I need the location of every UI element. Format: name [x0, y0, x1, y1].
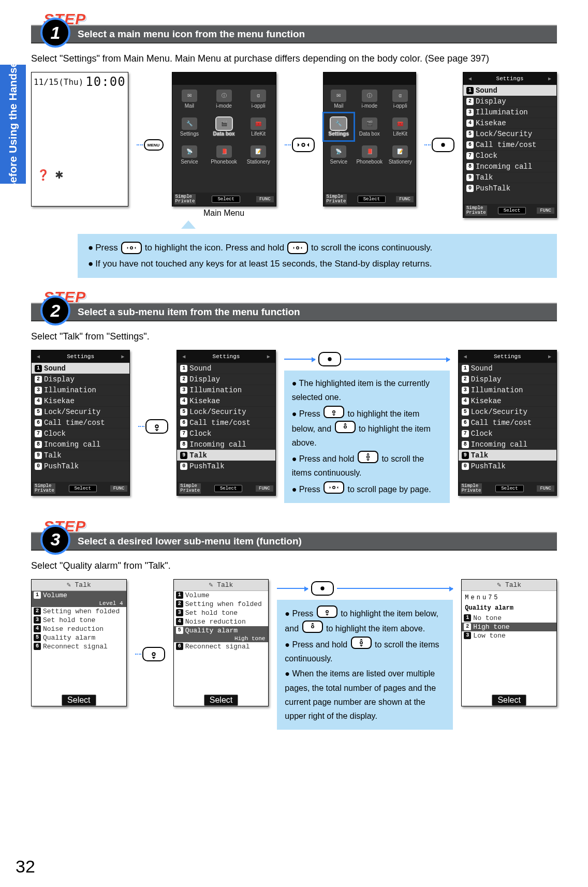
main-menu-screen: ✉Mail ⓘi-mode αi-αppli 🔧Settings 🎬Data b…	[172, 72, 276, 206]
dpad-ud-icon	[358, 451, 378, 463]
step-title-bar: Select a desired lower sub-menu item (fu…	[31, 532, 557, 551]
step-title-bar: Select a main menu icon from the menu fu…	[31, 25, 557, 43]
dpad-down-icon	[145, 419, 168, 434]
svg-point-2	[130, 247, 133, 249]
dpad-down-icon	[324, 406, 344, 418]
step-number-badge: 3	[40, 525, 70, 555]
main-menu-screen-settings: ✉Mail ⓘi-mode αi-αppli 🔧Settings 🎬Data b…	[323, 72, 416, 206]
svg-point-0	[302, 143, 305, 146]
step-instruction: Select "Talk" from "Settings".	[31, 330, 557, 344]
dpad-lr-icon	[292, 138, 315, 152]
talk-list-quality: ✎ Talk 1Volume 2Setting when folded 3Set…	[173, 579, 269, 706]
dpad-lr-icon	[324, 481, 344, 494]
settings-list-screen: ◀Settings▶ 1Sound 2Display 3Illumination…	[463, 72, 557, 218]
svg-point-5	[328, 358, 331, 361]
main-menu-caption: Main Menu	[203, 209, 244, 218]
step-number-badge: 1	[40, 18, 70, 48]
dpad-center-icon	[311, 581, 334, 596]
dpad-lr-icon	[121, 242, 142, 254]
step-instruction: Select "Quality alarm" from "Talk".	[31, 559, 557, 573]
menu-key-icon: MENU	[144, 139, 164, 151]
step3-tip: ● Press to highlight the item below, and…	[277, 600, 453, 730]
step-number-badge: 2	[40, 295, 70, 326]
svg-point-13	[311, 626, 314, 628]
svg-point-3	[297, 247, 299, 249]
step-title-bar: Select a sub-menu item from the menu fun…	[31, 303, 557, 321]
dpad-center-icon	[318, 352, 341, 366]
svg-point-7	[344, 426, 346, 428]
dpad-ud-icon	[351, 637, 372, 649]
step-instruction: Select "Settings" from Main Menu. Main M…	[31, 52, 557, 66]
svg-point-11	[321, 586, 325, 590]
talk-list-screen: ✎ Talk 1Volume Level 4 2Setting when fol…	[31, 579, 127, 706]
svg-point-14	[360, 642, 362, 644]
settings-list-talk: ◀Settings▶ 1Sound 2Display 3Illumination…	[177, 350, 275, 496]
svg-point-4	[156, 425, 159, 428]
step1-note: ● Press to highlight the icon. Press and…	[78, 234, 557, 278]
standby-screen: 11/15(Thu) 10:00 ❓✱	[31, 72, 128, 206]
page-number: 32	[16, 856, 35, 877]
svg-point-8	[367, 456, 370, 459]
dpad-center-icon	[432, 138, 454, 152]
quality-alarm-screen: ✎ Talk Menu75 Quality alarm 1No tone 2Hi…	[461, 579, 557, 706]
svg-point-10	[152, 653, 155, 656]
section-tab: Before Using the Handset	[0, 65, 26, 184]
svg-point-12	[326, 610, 329, 613]
dpad-up-icon	[302, 620, 323, 633]
dpad-up-icon	[335, 421, 356, 433]
settings-list-talk-copy: ◀Settings▶ 1Sound 2Display 3Illumination…	[458, 350, 557, 496]
dpad-down-icon	[142, 647, 165, 661]
callout-pointer	[181, 220, 196, 229]
settings-list-screen: ◀Settings▶ 1Sound 2Display 3Illumination…	[31, 350, 130, 496]
dpad-down-icon	[317, 605, 337, 618]
step2-tip: ● The highlighted item is the currently …	[284, 371, 450, 503]
dpad-lr-icon	[287, 242, 308, 254]
svg-point-6	[333, 410, 335, 413]
svg-point-9	[333, 486, 335, 489]
svg-point-1	[441, 143, 445, 146]
